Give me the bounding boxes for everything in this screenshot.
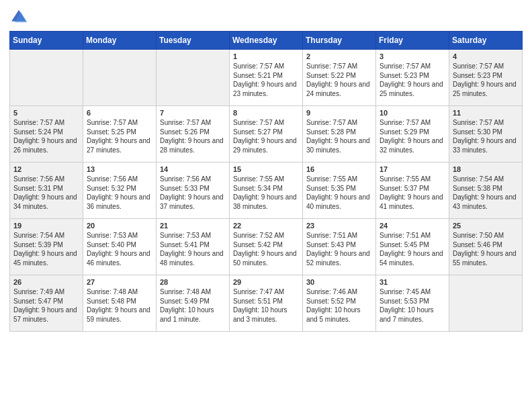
calendar-cell: 17Sunrise: 7:55 AMSunset: 5:37 PMDayligh… (376, 163, 449, 219)
day-detail: Sunrise: 7:57 AMSunset: 5:27 PMDaylight:… (233, 118, 299, 154)
day-number: 9 (306, 109, 372, 117)
day-detail: Sunrise: 7:46 AMSunset: 5:52 PMDaylight:… (306, 287, 372, 324)
day-detail: Sunrise: 7:53 AMSunset: 5:40 PMDaylight:… (87, 231, 152, 267)
day-detail: Sunrise: 7:51 AMSunset: 5:45 PMDaylight:… (380, 231, 445, 267)
calendar-cell: 16Sunrise: 7:55 AMSunset: 5:35 PMDayligh… (303, 163, 376, 219)
calendar: SundayMondayTuesdayWednesdayThursdayFrid… (9, 31, 523, 332)
day-number: 23 (306, 222, 372, 230)
day-number: 11 (453, 109, 519, 117)
day-detail: Sunrise: 7:55 AMSunset: 5:35 PMDaylight:… (306, 175, 372, 211)
day-number: 27 (87, 278, 152, 286)
day-detail: Sunrise: 7:47 AMSunset: 5:51 PMDaylight:… (233, 287, 299, 324)
calendar-week-3: 19Sunrise: 7:54 AMSunset: 5:39 PMDayligh… (10, 219, 523, 275)
day-number: 20 (87, 222, 152, 230)
weekday-header-saturday: Saturday (449, 32, 523, 50)
day-detail: Sunrise: 7:57 AMSunset: 5:28 PMDaylight:… (306, 118, 372, 154)
calendar-cell: 31Sunrise: 7:45 AMSunset: 5:53 PMDayligh… (376, 275, 449, 332)
calendar-cell: 25Sunrise: 7:50 AMSunset: 5:46 PMDayligh… (449, 219, 523, 275)
calendar-cell: 15Sunrise: 7:55 AMSunset: 5:34 PMDayligh… (230, 163, 303, 219)
day-detail: Sunrise: 7:56 AMSunset: 5:31 PMDaylight:… (13, 175, 79, 211)
calendar-cell: 10Sunrise: 7:57 AMSunset: 5:29 PMDayligh… (376, 106, 449, 163)
calendar-week-0: 1Sunrise: 7:57 AMSunset: 5:21 PMDaylight… (10, 50, 523, 106)
calendar-cell: 26Sunrise: 7:49 AMSunset: 5:47 PMDayligh… (10, 275, 83, 332)
day-detail: Sunrise: 7:57 AMSunset: 5:23 PMDaylight:… (380, 62, 445, 98)
calendar-cell: 28Sunrise: 7:48 AMSunset: 5:49 PMDayligh… (157, 275, 230, 332)
day-detail: Sunrise: 7:54 AMSunset: 5:39 PMDaylight:… (13, 231, 79, 267)
calendar-cell: 5Sunrise: 7:57 AMSunset: 5:24 PMDaylight… (10, 106, 83, 163)
day-detail: Sunrise: 7:57 AMSunset: 5:24 PMDaylight:… (13, 118, 79, 154)
calendar-cell (157, 50, 230, 106)
day-number: 5 (13, 109, 79, 117)
day-detail: Sunrise: 7:57 AMSunset: 5:21 PMDaylight:… (233, 62, 299, 98)
day-detail: Sunrise: 7:57 AMSunset: 5:25 PMDaylight:… (87, 118, 152, 154)
calendar-cell: 29Sunrise: 7:47 AMSunset: 5:51 PMDayligh… (230, 275, 303, 332)
day-detail: Sunrise: 7:55 AMSunset: 5:34 PMDaylight:… (233, 175, 299, 211)
day-number: 15 (233, 165, 299, 173)
day-number: 12 (13, 165, 79, 173)
calendar-cell: 30Sunrise: 7:46 AMSunset: 5:52 PMDayligh… (303, 275, 376, 332)
calendar-cell (449, 275, 523, 332)
day-detail: Sunrise: 7:56 AMSunset: 5:32 PMDaylight:… (87, 175, 152, 211)
day-number: 14 (160, 165, 226, 173)
day-number: 18 (453, 165, 519, 173)
day-detail: Sunrise: 7:50 AMSunset: 5:46 PMDaylight:… (453, 231, 519, 267)
weekday-header-tuesday: Tuesday (157, 32, 230, 50)
calendar-cell: 22Sunrise: 7:52 AMSunset: 5:42 PMDayligh… (230, 219, 303, 275)
page: SundayMondayTuesdayWednesdayThursdayFrid… (0, 0, 532, 411)
calendar-body: 1Sunrise: 7:57 AMSunset: 5:21 PMDaylight… (10, 50, 523, 332)
day-number: 1 (233, 52, 299, 60)
calendar-cell: 4Sunrise: 7:57 AMSunset: 5:23 PMDaylight… (449, 50, 523, 106)
day-number: 13 (87, 165, 152, 173)
calendar-cell: 12Sunrise: 7:56 AMSunset: 5:31 PMDayligh… (10, 163, 83, 219)
day-number: 10 (380, 109, 445, 117)
day-detail: Sunrise: 7:52 AMSunset: 5:42 PMDaylight:… (233, 231, 299, 267)
calendar-header: SundayMondayTuesdayWednesdayThursdayFrid… (10, 32, 523, 50)
calendar-cell: 18Sunrise: 7:54 AMSunset: 5:38 PMDayligh… (449, 163, 523, 219)
logo (9, 7, 31, 26)
day-detail: Sunrise: 7:56 AMSunset: 5:33 PMDaylight:… (160, 175, 226, 211)
day-number: 21 (160, 222, 226, 230)
day-detail: Sunrise: 7:54 AMSunset: 5:38 PMDaylight:… (453, 175, 519, 211)
day-number: 16 (306, 165, 372, 173)
day-detail: Sunrise: 7:57 AMSunset: 5:29 PMDaylight:… (380, 118, 445, 154)
day-detail: Sunrise: 7:48 AMSunset: 5:48 PMDaylight:… (87, 287, 152, 324)
calendar-cell: 13Sunrise: 7:56 AMSunset: 5:32 PMDayligh… (83, 163, 157, 219)
logo-icon (9, 7, 28, 26)
calendar-cell: 1Sunrise: 7:57 AMSunset: 5:21 PMDaylight… (230, 50, 303, 106)
day-number: 31 (380, 278, 445, 286)
day-number: 28 (160, 278, 226, 286)
calendar-cell: 2Sunrise: 7:57 AMSunset: 5:22 PMDaylight… (303, 50, 376, 106)
day-detail: Sunrise: 7:49 AMSunset: 5:47 PMDaylight:… (13, 287, 79, 324)
calendar-cell: 23Sunrise: 7:51 AMSunset: 5:43 PMDayligh… (303, 219, 376, 275)
calendar-cell: 27Sunrise: 7:48 AMSunset: 5:48 PMDayligh… (83, 275, 157, 332)
day-number: 29 (233, 278, 299, 286)
day-number: 19 (13, 222, 79, 230)
day-number: 6 (87, 109, 152, 117)
day-number: 26 (13, 278, 79, 286)
day-detail: Sunrise: 7:57 AMSunset: 5:26 PMDaylight:… (160, 118, 226, 154)
day-detail: Sunrise: 7:55 AMSunset: 5:37 PMDaylight:… (380, 175, 445, 211)
day-number: 22 (233, 222, 299, 230)
weekday-header-wednesday: Wednesday (230, 32, 303, 50)
calendar-cell: 20Sunrise: 7:53 AMSunset: 5:40 PMDayligh… (83, 219, 157, 275)
calendar-cell: 14Sunrise: 7:56 AMSunset: 5:33 PMDayligh… (157, 163, 230, 219)
weekday-header-sunday: Sunday (10, 32, 83, 50)
day-detail: Sunrise: 7:53 AMSunset: 5:41 PMDaylight:… (160, 231, 226, 267)
header (9, 7, 523, 26)
calendar-cell (83, 50, 157, 106)
calendar-cell: 6Sunrise: 7:57 AMSunset: 5:25 PMDaylight… (83, 106, 157, 163)
day-number: 25 (453, 222, 519, 230)
calendar-cell: 9Sunrise: 7:57 AMSunset: 5:28 PMDaylight… (303, 106, 376, 163)
day-detail: Sunrise: 7:51 AMSunset: 5:43 PMDaylight:… (306, 231, 372, 267)
day-number: 17 (380, 165, 445, 173)
calendar-cell: 21Sunrise: 7:53 AMSunset: 5:41 PMDayligh… (157, 219, 230, 275)
day-number: 7 (160, 109, 226, 117)
day-number: 24 (380, 222, 445, 230)
day-detail: Sunrise: 7:57 AMSunset: 5:23 PMDaylight:… (453, 62, 519, 98)
day-number: 2 (306, 52, 372, 60)
weekday-header-friday: Friday (376, 32, 449, 50)
weekday-row: SundayMondayTuesdayWednesdayThursdayFrid… (10, 32, 523, 50)
day-detail: Sunrise: 7:57 AMSunset: 5:22 PMDaylight:… (306, 62, 372, 98)
calendar-week-1: 5Sunrise: 7:57 AMSunset: 5:24 PMDaylight… (10, 106, 523, 163)
day-number: 4 (453, 52, 519, 60)
